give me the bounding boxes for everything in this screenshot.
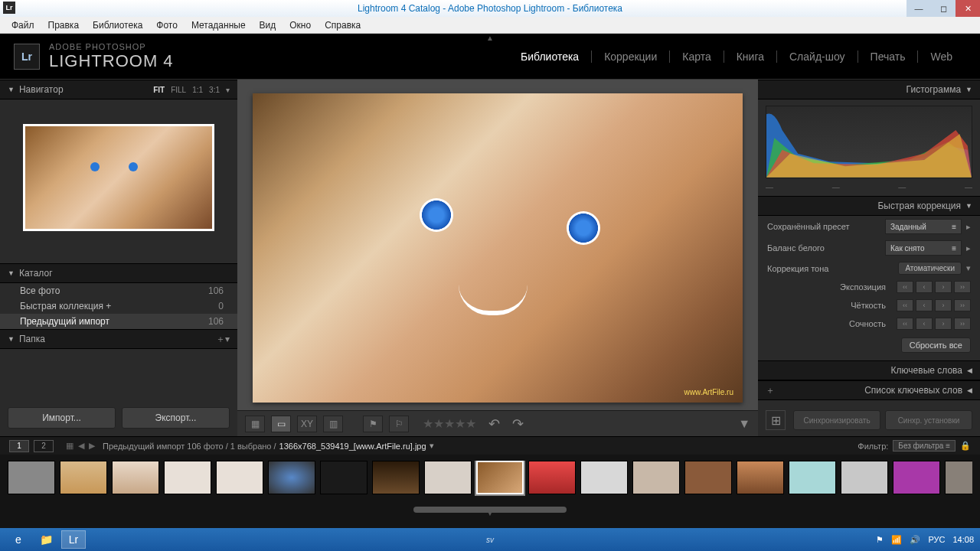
wb-select[interactable]: Как снято≡ [885, 240, 962, 256]
minimize-button[interactable]: — [906, 0, 931, 17]
catalog-item-previous-import[interactable]: Предыдущий импорт 106 [0, 314, 237, 329]
histogram-header[interactable]: Гистограмма ▼ [758, 80, 980, 99]
zoom-chevron-icon[interactable]: ▾ [226, 86, 230, 94]
module-slideshow[interactable]: Слайд-шоу [776, 51, 858, 63]
close-button[interactable]: ✕ [956, 0, 980, 17]
film-thumb[interactable] [789, 461, 836, 494]
vibrance-adjust[interactable]: ‹‹‹››› [897, 318, 971, 330]
sync-settings-button[interactable]: Синхр. установки [885, 410, 972, 430]
zoom-1-1[interactable]: 1:1 [192, 86, 203, 94]
navigator-thumbnail[interactable] [23, 124, 214, 231]
compare-view-button[interactable]: XY [297, 416, 317, 432]
module-library[interactable]: Библиотека [508, 51, 591, 63]
flag-pick-button[interactable]: ⚑ [363, 416, 383, 432]
catalog-item-all[interactable]: Все фото 106 [0, 283, 237, 298]
module-map[interactable]: Карта [669, 51, 723, 63]
sync-toggle-button[interactable]: ⊞ [766, 410, 786, 430]
film-thumb[interactable] [737, 461, 784, 494]
info-dropdown-icon[interactable]: ▾ [430, 441, 434, 451]
lightroom-taskbar-icon[interactable]: Lr [61, 530, 86, 549]
grid-icon[interactable]: ▦ [66, 441, 74, 451]
flag-reject-button[interactable]: ⚐ [389, 416, 409, 432]
main-image[interactable]: www.ArtFile.ru [253, 93, 743, 403]
primary-display-button[interactable]: 1 [9, 440, 29, 452]
folder-header[interactable]: ▼ Папка ＋▾ [0, 329, 237, 349]
exposure-adjust[interactable]: ‹‹‹››› [897, 281, 971, 293]
survey-view-button[interactable]: ▥ [323, 416, 343, 432]
menu-metadata[interactable]: Метаданные [185, 20, 253, 31]
loupe-view-button[interactable]: ▭ [271, 416, 291, 432]
film-thumb[interactable] [216, 461, 263, 494]
keywords-header[interactable]: Ключевые слова ◀ [758, 360, 980, 380]
secondary-display-button[interactable]: 2 [34, 440, 54, 452]
tray-lang[interactable]: РУС [928, 535, 945, 544]
film-thumb[interactable] [684, 461, 732, 494]
chevron-up-icon[interactable]: ▲ [486, 34, 494, 42]
histogram[interactable] [766, 106, 972, 178]
nav-back-icon[interactable]: ◀ [78, 441, 84, 451]
clarity-adjust[interactable]: ‹‹‹››› [897, 299, 971, 311]
reset-all-button[interactable]: Сбросить все [901, 337, 971, 353]
auto-tone-button[interactable]: Атоматически [898, 262, 962, 275]
film-thumb-selected[interactable] [476, 461, 524, 494]
nav-forward-icon[interactable]: ▶ [89, 441, 95, 451]
film-thumb[interactable] [164, 461, 211, 494]
chevron-down-icon[interactable]: ▼ [486, 509, 494, 517]
maximize-button[interactable]: ◻ [931, 0, 956, 17]
export-button[interactable]: Экспорт... [122, 407, 230, 429]
film-thumb[interactable] [372, 461, 420, 494]
rotate-cw-icon[interactable]: ↷ [512, 416, 524, 432]
menu-window[interactable]: Окно [283, 20, 318, 31]
module-develop[interactable]: Коррекции [591, 51, 669, 63]
catalog-item-quick[interactable]: Быстрая коллекция + 0 [0, 298, 237, 314]
keyword-list-header[interactable]: ＋ Список ключевых слов ◀ [758, 380, 980, 400]
menu-library[interactable]: Библиотека [86, 20, 149, 31]
collapse-icon[interactable]: ▸ [966, 243, 971, 253]
tray-flag-icon[interactable]: ⚑ [876, 535, 884, 545]
catalog-header[interactable]: ▼ Каталог [0, 263, 237, 283]
rating-stars[interactable]: ★★★★★ [423, 416, 476, 431]
filter-select[interactable]: Без фильтра ≡ [893, 440, 956, 452]
collapse-icon[interactable]: ▸ [966, 222, 971, 232]
film-thumb[interactable] [112, 461, 159, 494]
navigator-header[interactable]: ▼ Навигатор FIT FILL 1:1 3:1 ▾ [0, 80, 237, 99]
menu-help[interactable]: Справка [318, 20, 368, 31]
tray-time[interactable]: 14:08 [952, 535, 974, 544]
menu-photo[interactable]: Фото [149, 20, 185, 31]
zoom-fit[interactable]: FIT [153, 86, 165, 94]
toolbar-dropdown[interactable]: ▼ [738, 417, 750, 431]
tray-sound-icon[interactable]: 🔊 [910, 535, 920, 545]
module-web[interactable]: Web [917, 51, 965, 63]
rotate-ccw-icon[interactable]: ↶ [488, 416, 500, 432]
quick-develop-header[interactable]: Быстрая коррекция ▼ [758, 196, 980, 216]
film-thumb[interactable] [528, 461, 576, 494]
ie-icon[interactable]: e [6, 530, 31, 549]
film-thumb[interactable] [632, 461, 680, 494]
menu-view[interactable]: Вид [253, 20, 283, 31]
import-button[interactable]: Импорт... [8, 407, 116, 429]
film-thumb[interactable] [424, 461, 472, 494]
filter-lock-icon[interactable]: 🔒 [960, 441, 971, 451]
grid-view-button[interactable]: ▦ [245, 416, 265, 432]
film-thumb[interactable] [268, 461, 315, 494]
film-thumb[interactable] [580, 461, 628, 494]
preset-select[interactable]: Заданный≡ [885, 219, 962, 234]
tray-network-icon[interactable]: 📶 [891, 535, 902, 545]
menu-file[interactable]: Файл [5, 20, 41, 31]
explorer-icon[interactable]: 📁 [34, 530, 58, 549]
film-thumb[interactable] [945, 461, 972, 494]
film-thumb[interactable] [60, 461, 107, 494]
add-folder-icon[interactable]: ＋▾ [216, 333, 230, 346]
add-keyword-icon[interactable]: ＋ [766, 384, 775, 397]
film-thumb[interactable] [893, 461, 940, 494]
zoom-3-1[interactable]: 3:1 [209, 86, 220, 94]
menu-edit[interactable]: Правка [41, 20, 87, 31]
film-thumb[interactable] [841, 461, 888, 494]
zoom-fill[interactable]: FILL [171, 86, 186, 94]
expand-icon[interactable]: ▾ [966, 263, 971, 273]
film-thumb[interactable] [8, 461, 55, 494]
module-print[interactable]: Печать [858, 51, 918, 63]
module-book[interactable]: Книга [724, 51, 776, 63]
film-thumb[interactable] [320, 461, 368, 494]
sync-button[interactable]: Синхронизировать [793, 410, 880, 430]
